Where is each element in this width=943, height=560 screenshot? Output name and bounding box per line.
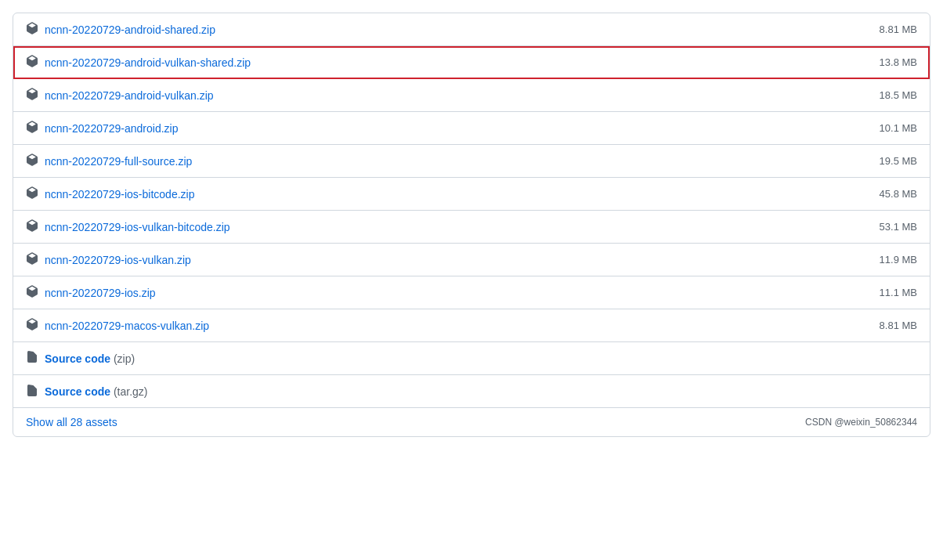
show-all-link[interactable]: Show all 28 assets	[26, 416, 117, 428]
asset-left: ncnn-20220729-android-vulkan.zip	[26, 88, 214, 103]
asset-link[interactable]: Source code (tar.gz)	[45, 385, 148, 398]
asset-row: ncnn-20220729-ios-vulkan-bitcode.zip53.1…	[13, 211, 930, 244]
asset-size: 13.8 MB	[880, 56, 917, 68]
asset-left: ncnn-20220729-ios-bitcode.zip	[26, 186, 194, 201]
source-icon	[26, 385, 38, 399]
asset-link[interactable]: ncnn-20220729-android-shared.zip	[45, 23, 215, 36]
asset-row: Source code (tar.gz)	[13, 375, 930, 408]
asset-link[interactable]: ncnn-20220729-ios-bitcode.zip	[45, 188, 194, 201]
asset-link[interactable]: ncnn-20220729-android-vulkan.zip	[45, 89, 214, 102]
package-icon	[26, 121, 38, 135]
asset-left: ncnn-20220729-full-source.zip	[26, 154, 192, 168]
asset-size: 8.81 MB	[880, 320, 917, 331]
asset-left: Source code (tar.gz)	[26, 385, 148, 399]
package-icon	[26, 88, 38, 103]
package-icon	[26, 22, 38, 37]
watermark-text: CSDN @weixin_50862344	[805, 417, 917, 428]
asset-row: ncnn-20220729-ios-bitcode.zip45.8 MB	[13, 178, 930, 211]
asset-row: ncnn-20220729-full-source.zip19.5 MB	[13, 145, 930, 178]
asset-left: ncnn-20220729-ios-vulkan-bitcode.zip	[26, 219, 230, 234]
asset-size: 19.5 MB	[880, 155, 917, 167]
asset-size: 11.9 MB	[880, 254, 917, 266]
asset-left: Source code (zip)	[26, 351, 135, 366]
source-icon	[26, 351, 38, 366]
package-icon	[26, 186, 38, 201]
asset-left: ncnn-20220729-ios-vulkan.zip	[26, 252, 191, 267]
asset-row: ncnn-20220729-macos-vulkan.zip8.81 MB	[13, 309, 930, 342]
asset-left: ncnn-20220729-macos-vulkan.zip	[26, 318, 209, 333]
asset-row: ncnn-20220729-android-vulkan-shared.zip1…	[13, 46, 930, 79]
package-icon	[26, 219, 38, 234]
assets-container: ncnn-20220729-android-shared.zip8.81 MB …	[13, 13, 930, 437]
package-icon	[26, 154, 38, 168]
asset-size: 8.81 MB	[880, 23, 917, 35]
asset-row: ncnn-20220729-ios-vulkan.zip11.9 MB	[13, 244, 930, 276]
asset-link[interactable]: ncnn-20220729-ios.zip	[45, 287, 156, 299]
asset-row: ncnn-20220729-android-vulkan.zip18.5 MB	[13, 79, 930, 112]
asset-size: 45.8 MB	[880, 188, 917, 200]
package-icon	[26, 55, 38, 70]
asset-link[interactable]: ncnn-20220729-macos-vulkan.zip	[45, 320, 209, 332]
asset-row: ncnn-20220729-android-shared.zip8.81 MB	[13, 13, 930, 46]
assets-list: ncnn-20220729-android-shared.zip8.81 MB …	[13, 13, 930, 408]
asset-row: ncnn-20220729-android.zip10.1 MB	[13, 112, 930, 145]
asset-left: ncnn-20220729-android.zip	[26, 121, 178, 135]
package-icon	[26, 285, 38, 300]
asset-left: ncnn-20220729-android-vulkan-shared.zip	[26, 55, 251, 70]
asset-link[interactable]: ncnn-20220729-ios-vulkan-bitcode.zip	[45, 221, 230, 233]
asset-size: 10.1 MB	[880, 122, 917, 134]
asset-size: 53.1 MB	[880, 221, 917, 233]
asset-link[interactable]: ncnn-20220729-full-source.zip	[45, 155, 192, 168]
asset-left: ncnn-20220729-android-shared.zip	[26, 22, 215, 37]
asset-row: ncnn-20220729-ios.zip11.1 MB	[13, 276, 930, 309]
package-icon	[26, 252, 38, 267]
show-all-row: Show all 28 assets CSDN @weixin_50862344	[13, 407, 930, 436]
asset-row: Source code (zip)	[13, 342, 930, 375]
asset-size: 18.5 MB	[880, 89, 917, 101]
asset-link[interactable]: ncnn-20220729-ios-vulkan.zip	[45, 254, 191, 266]
asset-size: 11.1 MB	[880, 287, 917, 298]
asset-link[interactable]: ncnn-20220729-android-vulkan-shared.zip	[45, 56, 251, 69]
asset-link[interactable]: ncnn-20220729-android.zip	[45, 122, 178, 135]
package-icon	[26, 318, 38, 333]
asset-link[interactable]: Source code (zip)	[45, 352, 135, 365]
asset-left: ncnn-20220729-ios.zip	[26, 285, 156, 300]
